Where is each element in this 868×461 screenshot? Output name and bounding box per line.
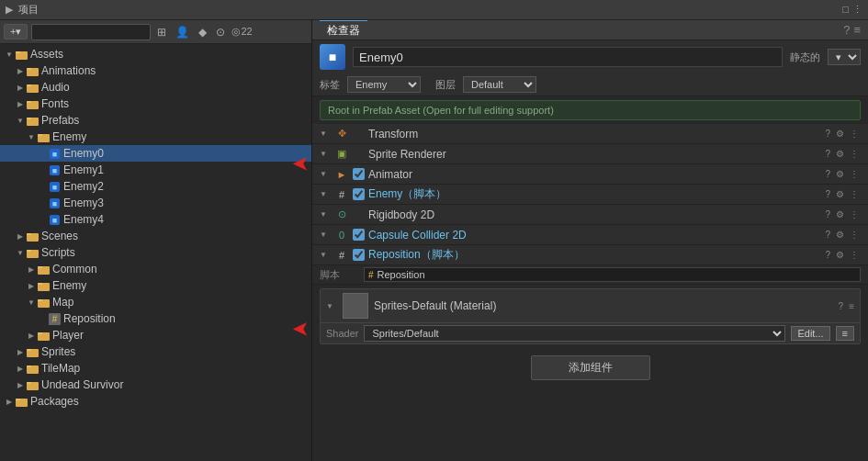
- comp-expand[interactable]: ▼: [320, 190, 331, 198]
- comp-action-btn[interactable]: ⚙: [834, 230, 846, 240]
- shader-menu-btn[interactable]: ≡: [836, 326, 854, 341]
- comp-expand[interactable]: ▼: [320, 210, 331, 219]
- tree-item-player[interactable]: Player: [0, 327, 311, 343]
- icon-btn-1[interactable]: ⊞: [154, 25, 169, 39]
- icon-btn-2[interactable]: 👤: [173, 25, 192, 39]
- reposition-check[interactable]: [353, 249, 365, 261]
- icon-btn-4[interactable]: ⊙: [213, 25, 228, 39]
- comp-action-btn[interactable]: ⚙: [834, 149, 846, 159]
- tree-arrow[interactable]: [26, 282, 37, 290]
- tree-item-enemy[interactable]: Enemy: [0, 277, 311, 294]
- comp-expand[interactable]: ▼: [320, 170, 331, 178]
- comp-action-btn[interactable]: ?: [823, 189, 832, 199]
- reposition-help-btn[interactable]: ?: [823, 250, 832, 260]
- tree-arrow[interactable]: [26, 298, 37, 307]
- comp-action-btn[interactable]: ?: [823, 149, 832, 159]
- menu-icon[interactable]: ≡: [853, 23, 861, 37]
- tree-arrow[interactable]: [15, 249, 26, 257]
- comp-action-btn[interactable]: ⋮: [848, 129, 861, 139]
- comp-action-btn[interactable]: ⚙: [834, 129, 846, 139]
- tree-arrow[interactable]: [26, 133, 37, 141]
- component-row-enemy（脚本）[interactable]: ▼#Enemy（脚本）?⚙⋮: [312, 185, 868, 205]
- tree-item-audio[interactable]: Audio: [0, 79, 311, 96]
- panel-collapse-icon[interactable]: ▶: [6, 4, 13, 16]
- tree-item-animations[interactable]: Animations: [0, 62, 311, 79]
- tag-select[interactable]: Enemy: [347, 76, 421, 93]
- layer-select[interactable]: Default: [463, 76, 536, 93]
- comp-check[interactable]: [353, 229, 365, 241]
- tree-arrow[interactable]: [15, 100, 26, 108]
- tree-item-undead-survivor[interactable]: Undead Survivor: [0, 377, 311, 393]
- shader-select[interactable]: Sprites/Default: [364, 325, 785, 342]
- shader-edit-btn[interactable]: Edit...: [791, 326, 829, 341]
- icon-btn-3[interactable]: ◆: [196, 25, 209, 39]
- comp-action-btn[interactable]: ?: [823, 129, 832, 139]
- component-row-transform[interactable]: ▼✥Transform?⚙⋮: [312, 124, 868, 144]
- component-row-capsule-collider-2d[interactable]: ▼0Capsule Collider 2D?⚙⋮: [312, 225, 868, 245]
- tree-item-enemy3[interactable]: ■Enemy3: [0, 195, 311, 211]
- tree-item-sprites[interactable]: Sprites: [0, 343, 311, 360]
- comp-action-btn[interactable]: ?: [823, 169, 832, 179]
- comp-check[interactable]: [353, 188, 365, 200]
- material-help[interactable]: ?: [839, 301, 844, 311]
- comp-action-btn[interactable]: ⋮: [848, 209, 861, 219]
- tree-item-tilemap[interactable]: TileMap: [0, 360, 311, 377]
- comp-action-btn[interactable]: ⋮: [848, 189, 861, 199]
- more-options-icon[interactable]: ⋮: [852, 4, 862, 16]
- tree-item-assets[interactable]: Assets: [0, 46, 311, 62]
- lock-icon[interactable]: □: [842, 4, 849, 16]
- tree-item-scripts[interactable]: Scripts: [0, 244, 311, 261]
- obj-name-input[interactable]: [353, 47, 783, 67]
- comp-action-btn[interactable]: ⋮: [848, 230, 861, 240]
- tree-arrow[interactable]: [15, 232, 26, 241]
- material-expand[interactable]: ▼: [326, 302, 337, 310]
- tree-item-fonts[interactable]: Fonts: [0, 96, 311, 112]
- tree-arrow[interactable]: [15, 117, 26, 125]
- comp-action-btn[interactable]: ?: [823, 209, 832, 219]
- search-input[interactable]: [31, 24, 151, 40]
- tab-inspector[interactable]: 检查器: [320, 20, 367, 40]
- component-row-animator[interactable]: ▼►Animator?⚙⋮: [312, 164, 868, 185]
- tree-arrow[interactable]: [15, 84, 26, 92]
- comp-expand[interactable]: ▼: [320, 129, 331, 138]
- comp-expand[interactable]: ▼: [320, 230, 331, 239]
- add-button[interactable]: +▾: [4, 24, 28, 39]
- comp-action-btn[interactable]: ?: [823, 230, 832, 240]
- component-row-rigidbody-2d[interactable]: ▼⊙Rigidbody 2D?⚙⋮: [312, 205, 868, 225]
- static-dropdown[interactable]: ▾: [828, 49, 861, 65]
- tree-arrow[interactable]: [4, 51, 15, 59]
- tree-item-scenes[interactable]: Scenes: [0, 228, 311, 244]
- tree-arrow[interactable]: [4, 398, 15, 406]
- material-menu[interactable]: ≡: [849, 301, 854, 311]
- tree-item-enemy0[interactable]: ■Enemy0: [0, 145, 311, 162]
- tree-arrow[interactable]: [15, 67, 26, 75]
- comp-action-btn[interactable]: ⚙: [834, 209, 846, 219]
- comp-action-btn[interactable]: ⋮: [848, 169, 861, 179]
- reposition-menu-btn[interactable]: ⋮: [848, 250, 861, 260]
- component-row-sprite-renderer[interactable]: ▼▣Sprite Renderer?⚙⋮: [312, 144, 868, 164]
- tree-item-reposition[interactable]: #Reposition: [0, 310, 311, 327]
- tree-arrow[interactable]: [15, 348, 26, 356]
- help-icon[interactable]: ?: [843, 23, 850, 37]
- comp-action-btn[interactable]: ⋮: [848, 149, 861, 159]
- add-component-btn[interactable]: 添加组件: [531, 355, 650, 380]
- tree-arrow[interactable]: [15, 365, 26, 373]
- tree-arrow[interactable]: [26, 265, 37, 274]
- tree-item-prefabs[interactable]: Prefabs: [0, 112, 311, 129]
- comp-action-btn[interactable]: ⚙: [834, 169, 846, 179]
- reposition-settings-btn[interactable]: ⚙: [834, 250, 846, 260]
- tree-item-common[interactable]: Common: [0, 261, 311, 277]
- tree-item-enemy4[interactable]: ■Enemy4: [0, 211, 311, 228]
- comp-check[interactable]: [353, 168, 365, 180]
- reposition-expand[interactable]: ▼: [320, 251, 331, 259]
- tree-item-enemy[interactable]: Enemy: [0, 129, 311, 145]
- tree-arrow[interactable]: [26, 332, 37, 340]
- tree-icon-folder: [37, 130, 50, 143]
- tree-arrow[interactable]: [15, 381, 26, 389]
- tree-item-map[interactable]: Map: [0, 294, 311, 310]
- comp-action-btn[interactable]: ⚙: [834, 189, 846, 199]
- tree-item-packages[interactable]: Packages: [0, 393, 311, 410]
- tree-item-enemy2[interactable]: ■Enemy2: [0, 178, 311, 195]
- comp-expand[interactable]: ▼: [320, 150, 331, 158]
- tree-item-enemy1[interactable]: ■Enemy1: [0, 162, 311, 178]
